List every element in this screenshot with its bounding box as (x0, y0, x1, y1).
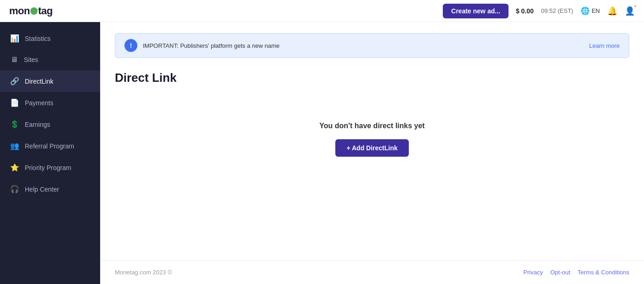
banner-text: IMPORTANT: Publishers' platform gets a n… (143, 42, 280, 49)
statistics-icon: 📊 (10, 34, 19, 43)
header: montag Create new ad... $ 0.00 09:52 (ES… (0, 0, 644, 22)
sidebar-item-help[interactable]: 🎧 Help Center (0, 178, 100, 200)
layout: 📊 Statistics 🖥 Sites 🔗 DirectLink 📄 Paym… (0, 22, 644, 284)
lang-label: EN (592, 7, 600, 14)
user-star-icon: ★ (633, 4, 637, 8)
priority-icon: ⭐ (10, 163, 19, 172)
banner-left: ! IMPORTANT: Publishers' platform gets a… (124, 39, 280, 52)
sidebar-label-statistics: Statistics (25, 35, 51, 42)
language-selector[interactable]: 🌐 EN (581, 6, 600, 15)
sidebar-label-earnings: Earnings (25, 121, 50, 128)
sidebar-label-directlink: DirectLink (25, 78, 53, 85)
balance-display: $ 0.00 (516, 7, 534, 15)
sidebar-item-directlink[interactable]: 🔗 DirectLink (0, 70, 100, 92)
sidebar: 📊 Statistics 🖥 Sites 🔗 DirectLink 📄 Paym… (0, 22, 100, 284)
footer-copyright: Monetag.com 2023 © (115, 269, 172, 276)
footer-privacy-link[interactable]: Privacy (523, 269, 543, 276)
sidebar-label-priority: Priority Program (25, 164, 71, 171)
sidebar-label-referral: Referral Program (25, 142, 74, 150)
sidebar-item-earnings[interactable]: 💲 Earnings (0, 114, 100, 135)
empty-state: You don't have direct links yet + Add Di… (115, 85, 629, 175)
header-right: Create new ad... $ 0.00 09:52 (EST) 🌐 EN… (443, 4, 635, 18)
sidebar-item-statistics[interactable]: 📊 Statistics (0, 28, 100, 49)
create-ad-button[interactable]: Create new ad... (443, 4, 508, 18)
user-avatar-icon[interactable]: 👤★ (625, 6, 635, 16)
time-display: 09:52 (EST) (541, 7, 573, 14)
sidebar-label-sites: Sites (24, 56, 38, 63)
main-inner: ! IMPORTANT: Publishers' platform gets a… (100, 22, 644, 260)
globe-icon: 🌐 (581, 6, 590, 15)
footer-links: Privacy Opt-out Terms & Conditions (523, 269, 629, 276)
help-icon: 🎧 (10, 185, 19, 193)
sidebar-item-sites[interactable]: 🖥 Sites (0, 49, 100, 70)
payments-icon: 📄 (10, 98, 19, 107)
footer-terms-link[interactable]: Terms & Conditions (577, 269, 629, 276)
footer-optout-link[interactable]: Opt-out (550, 269, 570, 276)
directlink-icon: 🔗 (10, 77, 19, 85)
logo-o (30, 7, 38, 15)
announcement-banner: ! IMPORTANT: Publishers' platform gets a… (115, 33, 629, 58)
sidebar-label-payments: Payments (25, 99, 53, 107)
banner-alert-icon: ! (124, 39, 137, 52)
empty-state-text: You don't have direct links yet (319, 122, 424, 130)
sites-icon: 🖥 (10, 56, 18, 64)
add-directlink-button[interactable]: + Add DirectLink (335, 139, 408, 157)
referral-icon: 👥 (10, 142, 19, 150)
sidebar-label-help: Help Center (25, 186, 59, 193)
logo: montag (9, 5, 52, 17)
notifications-icon[interactable]: 🔔 (607, 6, 617, 16)
earnings-icon: 💲 (10, 120, 19, 129)
footer: Monetag.com 2023 © Privacy Opt-out Terms… (100, 260, 644, 284)
banner-learn-more-link[interactable]: Learn more (589, 42, 620, 49)
sidebar-item-payments[interactable]: 📄 Payments (0, 92, 100, 114)
page-title: Direct Link (115, 71, 629, 85)
sidebar-item-referral[interactable]: 👥 Referral Program (0, 135, 100, 157)
logo-text: montag (9, 5, 52, 17)
sidebar-item-priority[interactable]: ⭐ Priority Program (0, 157, 100, 178)
main-content: ! IMPORTANT: Publishers' platform gets a… (100, 22, 644, 284)
